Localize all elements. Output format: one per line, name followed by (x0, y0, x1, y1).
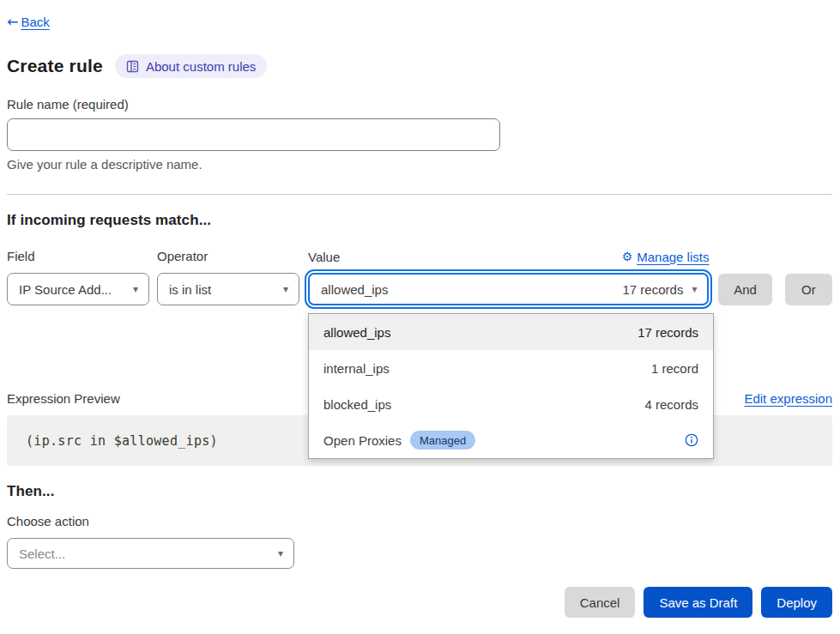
expression-preview-label: Expression Preview (7, 391, 120, 406)
or-button[interactable]: Or (785, 274, 832, 305)
operator-select-value: is in list (169, 282, 211, 297)
create-rule-page: ← Back Create rule About custom rules Ru… (0, 0, 840, 634)
match-row: Field IP Source Add... ▾ Operator is in … (7, 248, 832, 305)
manage-lists-label: Manage lists (637, 250, 709, 264)
field-column: Field IP Source Add... ▾ (7, 249, 149, 305)
manage-lists-link[interactable]: ⚙ Manage lists (622, 250, 710, 264)
chevron-down-icon: ▾ (692, 283, 697, 295)
gear-icon: ⚙ (622, 250, 633, 263)
chevron-down-icon: ▾ (278, 547, 283, 559)
list-option-records: 1 record (651, 361, 698, 376)
list-option-allowed-ips[interactable]: allowed_ips 17 records (309, 314, 713, 350)
rule-name-label: Rule name (required) (7, 97, 832, 112)
value-column: Value ⚙ Manage lists allowed_ips 17 reco… (308, 248, 709, 305)
list-option-records: 4 records (645, 397, 699, 412)
title-row: Create rule About custom rules (7, 54, 832, 78)
footer-actions: Cancel Save as Draft Deploy (7, 587, 832, 618)
choose-action-label: Choose action (7, 514, 832, 528)
rule-name-input[interactable] (7, 118, 500, 151)
about-badge-label: About custom rules (146, 59, 256, 74)
action-select-placeholder: Select... (19, 546, 65, 561)
cancel-button[interactable]: Cancel (565, 587, 636, 618)
list-option-name: internal_ips (323, 361, 390, 376)
back-arrow-icon: ← (7, 14, 18, 30)
edit-expression-link[interactable]: Edit expression (744, 391, 832, 406)
value-header: Value ⚙ Manage lists (308, 248, 709, 265)
value-select[interactable]: allowed_ips 17 records ▾ (308, 273, 709, 305)
about-custom-rules-badge[interactable]: About custom rules (115, 54, 267, 78)
list-option-blocked-ips[interactable]: blocked_ips 4 records (309, 386, 713, 422)
field-select-value: IP Source Add... (19, 282, 112, 297)
field-label: Field (7, 249, 149, 263)
book-icon (126, 60, 139, 73)
save-as-draft-button[interactable]: Save as Draft (644, 587, 752, 618)
back-link[interactable]: ← Back (7, 14, 50, 30)
list-option-name: Open Proxies (323, 433, 402, 448)
section-divider (7, 194, 832, 195)
back-link-label: Back (21, 15, 49, 29)
operator-column: Operator is in list ▾ (157, 249, 299, 305)
expression-code: (ip.src in $allowed_ips) (26, 433, 218, 449)
rule-name-helper: Give your rule a descriptive name. (7, 157, 832, 172)
value-select-records: 17 records (623, 282, 684, 297)
list-option-name: allowed_ips (323, 325, 390, 340)
chevron-down-icon: ▾ (283, 283, 288, 295)
operator-select[interactable]: is in list ▾ (157, 273, 299, 305)
info-icon[interactable] (685, 433, 698, 447)
list-option-records: 17 records (638, 325, 698, 340)
and-button[interactable]: And (718, 274, 771, 305)
value-select-name: allowed_ips (321, 282, 388, 297)
action-select[interactable]: Select... ▾ (7, 538, 294, 569)
then-heading: Then... (7, 483, 832, 500)
managed-badge: Managed (410, 431, 475, 450)
list-option-open-proxies[interactable]: Open Proxies Managed (309, 422, 713, 458)
page-title: Create rule (7, 56, 103, 76)
list-option-name: blocked_ips (323, 397, 391, 412)
match-heading: If incoming requests match... (7, 212, 832, 229)
field-select[interactable]: IP Source Add... ▾ (7, 273, 149, 305)
value-label: Value (308, 250, 340, 264)
deploy-button[interactable]: Deploy (761, 587, 832, 618)
list-option-internal-ips[interactable]: internal_ips 1 record (309, 350, 713, 386)
list-dropdown: allowed_ips 17 records internal_ips 1 re… (308, 313, 714, 459)
operator-label: Operator (157, 249, 299, 263)
chevron-down-icon: ▾ (133, 283, 138, 295)
